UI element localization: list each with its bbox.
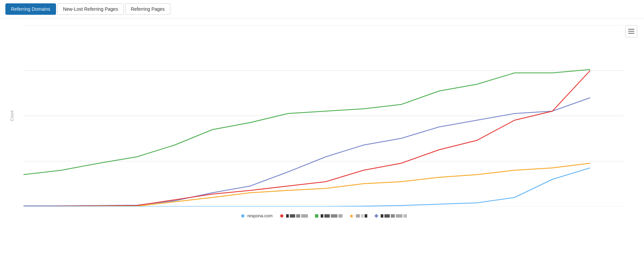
legend-bar [290,214,295,218]
legend-bar [391,214,395,218]
y-axis-label: Count [10,110,14,121]
legend-placeholder-2 [286,214,308,218]
legend-placeholder-3 [321,214,342,218]
legend-item-2 [279,214,308,218]
legend-bar [361,214,364,218]
legend-item-4 [349,214,367,218]
hamburger-line-1 [628,29,634,30]
svg-marker-26 [241,214,245,218]
chart-area: Count 0 2k 4k 6k 8k Jan 2014 Jul Jan 201… [23,25,624,207]
legend-bar [338,214,342,218]
legend-item-5 [374,214,407,218]
light-blue-line [23,168,590,207]
tab-referring-pages[interactable]: Referring Pages [125,3,170,15]
hamburger-line-2 [628,31,634,32]
svg-marker-27 [280,214,284,218]
legend-bar [404,214,407,218]
svg-rect-28 [315,214,318,218]
legend-bar [324,214,330,218]
svg-marker-30 [374,214,378,218]
hamburger-line-3 [628,33,634,34]
legend-bar [331,214,337,218]
chart-wrapper: Count 0 2k 4k 6k 8k Jan 2014 Jul Jan 201… [0,18,644,254]
red-line [23,71,590,207]
legend-bar [286,214,289,218]
green-line [23,70,590,175]
legend-area: respona.com [23,213,624,218]
legend-icon-5 [374,214,379,218]
chart-svg: 0 2k 4k 6k 8k Jan 2014 Jul Jan 2015 Jul … [23,25,624,207]
hamburger-button[interactable] [625,25,637,37]
legend-label-respona: respona.com [247,213,272,218]
legend-bar [356,214,360,218]
legend-bar [396,214,402,218]
legend-icon-4 [349,214,354,218]
svg-marker-29 [350,214,354,218]
legend-bar [301,214,308,218]
legend-placeholder-5 [381,214,407,218]
orange-line [23,163,590,207]
tab-new-lost-referring-pages[interactable]: New-Lost Referring Pages [57,3,124,15]
tab-bar: Referring Domains New-Lost Referring Pag… [0,0,644,18]
legend-bar [384,214,390,218]
legend-icon-respona [240,214,245,218]
legend-icon-2 [279,214,284,218]
legend-placeholder-4 [356,214,367,218]
legend-item-3 [315,214,342,218]
legend-bar [296,214,300,218]
legend-bar [381,214,383,218]
legend-item-respona: respona.com [240,213,272,218]
legend-icon-3 [315,214,319,218]
legend-bar [321,214,323,218]
legend-bar [365,214,367,218]
tab-referring-domains[interactable]: Referring Domains [5,3,56,15]
